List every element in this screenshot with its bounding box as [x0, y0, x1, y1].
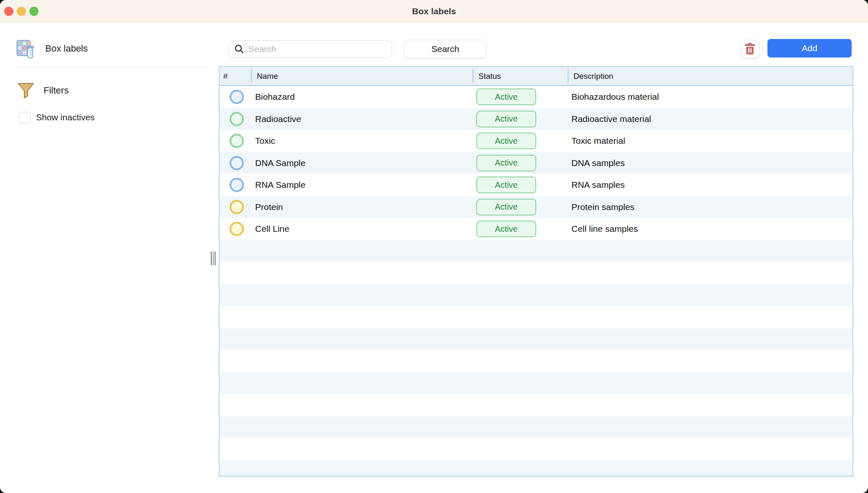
- table-header-row: # Name Status Description: [220, 67, 852, 86]
- column-header-description[interactable]: Description: [568, 67, 852, 85]
- table-row-empty: [220, 372, 852, 394]
- table-row[interactable]: Cell LineActiveCell line samples: [220, 218, 852, 240]
- row-description: Radioactive material: [571, 114, 651, 124]
- row-name: Toxic: [255, 136, 275, 146]
- table-row[interactable]: BiohazardActiveBiohazardous material: [220, 86, 852, 108]
- table-row-empty: [220, 284, 852, 306]
- table-row-empty: [220, 416, 852, 439]
- window-title: Box labels: [0, 0, 868, 22]
- row-name: RNA Sample: [255, 180, 305, 190]
- row-description: DNA samples: [571, 158, 625, 168]
- table-row-empty: [220, 262, 852, 284]
- table-row-empty: [220, 328, 852, 350]
- column-header-number[interactable]: #: [220, 67, 251, 85]
- column-header-status[interactable]: Status: [473, 67, 568, 85]
- status-badge: Active: [476, 111, 536, 127]
- row-name: Biohazard: [255, 92, 295, 102]
- table-row-empty: [220, 306, 852, 328]
- show-inactives-label[interactable]: Show inactives: [36, 112, 95, 122]
- row-color-dot: [230, 112, 244, 126]
- table-row-empty: [220, 394, 852, 416]
- table-row-empty: [220, 460, 852, 477]
- row-color-dot: [230, 222, 244, 236]
- delete-button[interactable]: [741, 40, 759, 58]
- table-row[interactable]: RNA SampleActiveRNA samples: [220, 174, 852, 196]
- status-badge: Active: [476, 221, 536, 237]
- magnifier-icon: [234, 44, 244, 54]
- table-row[interactable]: ToxicActiveToxic material: [220, 130, 852, 152]
- row-color-dot: [230, 134, 244, 148]
- row-description: Biohazardous material: [571, 92, 659, 102]
- sidebar-divider: [17, 67, 209, 67]
- row-description: RNA samples: [571, 180, 625, 190]
- table-row-empty: [220, 438, 852, 460]
- status-badge: Active: [476, 132, 536, 149]
- search-box: [229, 40, 392, 58]
- table-body: BiohazardActiveBiohazardous materialRadi…: [220, 86, 852, 477]
- box-grid-test-tube-icon: [16, 38, 35, 61]
- row-description: Toxic material: [571, 136, 625, 146]
- row-name: Radioactive: [255, 114, 301, 124]
- status-badge: Active: [476, 176, 536, 193]
- row-name: Cell Line: [255, 224, 289, 234]
- status-badge: Active: [476, 199, 536, 215]
- row-description: Protein samples: [571, 202, 635, 212]
- table-row-empty: [220, 240, 852, 262]
- table-row[interactable]: ProteinActiveProtein samples: [220, 196, 852, 218]
- row-color-dot: [230, 178, 244, 192]
- row-color-dot: [230, 200, 244, 214]
- row-name: Protein: [255, 202, 283, 212]
- sidebar-app-label: Box labels: [45, 43, 88, 54]
- show-inactives-checkbox[interactable]: [19, 112, 31, 124]
- table-row-empty: [220, 350, 852, 372]
- trash-icon: [744, 43, 756, 55]
- row-color-dot: [230, 156, 244, 170]
- filters-label: Filters: [44, 85, 69, 96]
- table-row[interactable]: RadioactiveActiveRadioactive material: [220, 108, 852, 130]
- search-input[interactable]: [248, 44, 388, 54]
- row-description: Cell line samples: [571, 224, 638, 234]
- status-badge: Active: [476, 88, 536, 105]
- row-color-dot: [230, 90, 244, 104]
- funnel-icon: [18, 82, 34, 101]
- titlebar: Box labels: [0, 0, 868, 22]
- app-window: Box labels Box labels: [0, 0, 868, 493]
- status-badge: Active: [476, 155, 536, 171]
- column-header-name[interactable]: Name: [251, 67, 473, 85]
- labels-table: # Name Status Description BiohazardActiv…: [219, 66, 853, 477]
- sidebar-resize-handle[interactable]: [211, 252, 216, 265]
- row-name: DNA Sample: [255, 158, 305, 168]
- add-button[interactable]: Add: [767, 39, 852, 57]
- search-button[interactable]: Search: [404, 40, 486, 58]
- table-row[interactable]: DNA SampleActiveDNA samples: [220, 152, 852, 174]
